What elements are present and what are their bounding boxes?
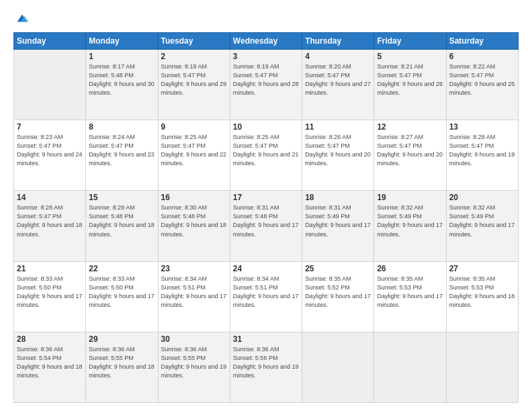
day-number: 18 [305,193,371,202]
day-number: 17 [233,193,299,202]
day-number: 25 [305,264,371,273]
day-info: Sunrise: 8:17 AMSunset: 5:48 PMDaylight:… [89,62,154,97]
logo [13,11,30,26]
day-info: Sunrise: 8:29 AMSunset: 5:48 PMDaylight:… [89,203,154,238]
day-number: 12 [377,122,443,132]
day-number: 2 [161,52,227,61]
weekday-header: Monday [86,33,158,50]
weekday-header: Thursday [302,33,374,50]
day-info: Sunrise: 8:33 AMSunset: 5:50 PMDaylight:… [17,275,83,310]
day-info: Sunrise: 8:34 AMSunset: 5:51 PMDaylight:… [233,275,299,310]
calendar-day-cell: 28Sunrise: 8:36 AMSunset: 5:54 PMDayligh… [14,332,86,402]
calendar-day-cell: 14Sunrise: 8:28 AMSunset: 5:47 PMDayligh… [14,191,86,261]
day-number: 20 [449,193,515,202]
day-info: Sunrise: 8:30 AMSunset: 5:48 PMDaylight:… [161,203,227,238]
calendar-day-cell: 10Sunrise: 8:25 AMSunset: 5:47 PMDayligh… [230,120,302,191]
calendar-day-cell [14,50,86,120]
calendar-day-cell: 13Sunrise: 8:28 AMSunset: 5:47 PMDayligh… [446,120,518,191]
calendar-day-cell: 22Sunrise: 8:33 AMSunset: 5:50 PMDayligh… [86,261,158,332]
day-info: Sunrise: 8:26 AMSunset: 5:47 PMDaylight:… [305,133,371,168]
day-info: Sunrise: 8:36 AMSunset: 5:55 PMDaylight:… [161,345,227,380]
calendar-day-cell: 24Sunrise: 8:34 AMSunset: 5:51 PMDayligh… [230,261,302,332]
calendar-day-cell: 7Sunrise: 8:23 AMSunset: 5:47 PMDaylight… [14,120,86,191]
day-info: Sunrise: 8:19 AMSunset: 5:47 PMDaylight:… [233,62,299,97]
day-number: 23 [161,264,227,273]
header [13,11,519,26]
day-info: Sunrise: 8:36 AMSunset: 5:55 PMDaylight:… [89,345,154,380]
day-number: 15 [89,193,154,202]
calendar-day-cell: 19Sunrise: 8:32 AMSunset: 5:49 PMDayligh… [374,191,446,261]
day-info: Sunrise: 8:22 AMSunset: 5:47 PMDaylight:… [449,62,515,97]
day-number: 3 [233,52,299,61]
day-info: Sunrise: 8:35 AMSunset: 5:52 PMDaylight:… [305,275,371,310]
calendar-week-row: 21Sunrise: 8:33 AMSunset: 5:50 PMDayligh… [14,261,519,332]
calendar-day-cell: 30Sunrise: 8:36 AMSunset: 5:55 PMDayligh… [158,332,230,402]
day-info: Sunrise: 8:20 AMSunset: 5:47 PMDaylight:… [305,62,371,97]
calendar-day-cell: 8Sunrise: 8:24 AMSunset: 5:47 PMDaylight… [86,120,158,191]
calendar-day-cell: 31Sunrise: 8:36 AMSunset: 5:56 PMDayligh… [230,332,302,402]
calendar-day-cell: 12Sunrise: 8:27 AMSunset: 5:47 PMDayligh… [374,120,446,191]
day-number: 16 [161,193,227,202]
calendar-week-row: 14Sunrise: 8:28 AMSunset: 5:47 PMDayligh… [14,191,519,261]
logo-icon [15,11,30,26]
calendar-day-cell: 18Sunrise: 8:31 AMSunset: 5:49 PMDayligh… [302,191,374,261]
day-number: 8 [89,122,154,132]
day-number: 6 [449,52,515,61]
day-info: Sunrise: 8:21 AMSunset: 5:47 PMDaylight:… [377,62,443,97]
weekday-header: Friday [374,33,446,50]
day-info: Sunrise: 8:32 AMSunset: 5:49 PMDaylight:… [449,203,515,238]
day-info: Sunrise: 8:28 AMSunset: 5:47 PMDaylight:… [17,203,83,238]
page: SundayMondayTuesdayWednesdayThursdayFrid… [0,0,532,411]
calendar-day-cell: 27Sunrise: 8:35 AMSunset: 5:53 PMDayligh… [446,261,518,332]
day-number: 30 [161,334,227,344]
weekday-header: Tuesday [158,33,230,50]
day-number: 11 [305,122,371,132]
day-number: 28 [17,334,83,344]
calendar-day-cell: 6Sunrise: 8:22 AMSunset: 5:47 PMDaylight… [446,50,518,120]
day-number: 7 [17,122,83,132]
day-number: 27 [449,264,515,273]
calendar-week-row: 7Sunrise: 8:23 AMSunset: 5:47 PMDaylight… [14,120,519,191]
calendar-day-cell [446,332,518,402]
calendar-day-cell: 15Sunrise: 8:29 AMSunset: 5:48 PMDayligh… [86,191,158,261]
day-info: Sunrise: 8:36 AMSunset: 5:54 PMDaylight:… [17,345,83,380]
day-info: Sunrise: 8:25 AMSunset: 5:47 PMDaylight:… [233,133,299,168]
day-info: Sunrise: 8:28 AMSunset: 5:47 PMDaylight:… [449,133,515,168]
day-info: Sunrise: 8:31 AMSunset: 5:48 PMDaylight:… [233,203,299,238]
day-number: 4 [305,52,371,61]
calendar-table: SundayMondayTuesdayWednesdayThursdayFrid… [13,32,519,403]
calendar-day-cell: 9Sunrise: 8:25 AMSunset: 5:47 PMDaylight… [158,120,230,191]
day-number: 22 [89,264,154,273]
day-number: 24 [233,264,299,273]
day-info: Sunrise: 8:24 AMSunset: 5:47 PMDaylight:… [89,133,154,168]
weekday-header: Saturday [446,33,518,50]
day-info: Sunrise: 8:36 AMSunset: 5:56 PMDaylight:… [233,345,299,380]
calendar-day-cell: 26Sunrise: 8:35 AMSunset: 5:53 PMDayligh… [374,261,446,332]
day-number: 1 [89,52,154,61]
calendar-day-cell [374,332,446,402]
day-number: 19 [377,193,443,202]
day-number: 29 [89,334,154,344]
day-number: 5 [377,52,443,61]
day-info: Sunrise: 8:25 AMSunset: 5:47 PMDaylight:… [161,133,227,168]
day-info: Sunrise: 8:32 AMSunset: 5:49 PMDaylight:… [377,203,443,238]
day-number: 10 [233,122,299,132]
day-number: 31 [233,334,299,344]
weekday-header: Sunday [14,33,86,50]
calendar-day-cell: 20Sunrise: 8:32 AMSunset: 5:49 PMDayligh… [446,191,518,261]
day-number: 14 [17,193,83,202]
calendar-day-cell: 25Sunrise: 8:35 AMSunset: 5:52 PMDayligh… [302,261,374,332]
calendar-day-cell: 11Sunrise: 8:26 AMSunset: 5:47 PMDayligh… [302,120,374,191]
calendar-day-cell: 5Sunrise: 8:21 AMSunset: 5:47 PMDaylight… [374,50,446,120]
calendar-day-cell: 16Sunrise: 8:30 AMSunset: 5:48 PMDayligh… [158,191,230,261]
day-number: 13 [449,122,515,132]
weekday-header: Wednesday [230,33,302,50]
calendar-day-cell [302,332,374,402]
calendar-day-cell: 29Sunrise: 8:36 AMSunset: 5:55 PMDayligh… [86,332,158,402]
day-number: 9 [161,122,227,132]
calendar-day-cell: 2Sunrise: 8:18 AMSunset: 5:47 PMDaylight… [158,50,230,120]
calendar-day-cell: 21Sunrise: 8:33 AMSunset: 5:50 PMDayligh… [14,261,86,332]
day-info: Sunrise: 8:33 AMSunset: 5:50 PMDaylight:… [89,275,154,310]
day-info: Sunrise: 8:34 AMSunset: 5:51 PMDaylight:… [161,275,227,310]
calendar-day-cell: 4Sunrise: 8:20 AMSunset: 5:47 PMDaylight… [302,50,374,120]
